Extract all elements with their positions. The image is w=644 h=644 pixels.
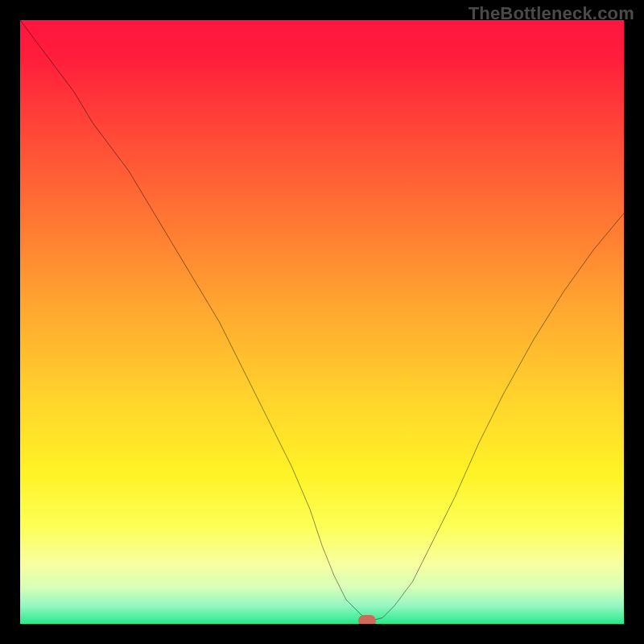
watermark-text: TheBottleneck.com — [469, 3, 634, 24]
bottleneck-curve-path — [20, 20, 624, 621]
plot-area — [20, 20, 624, 624]
min-marker — [358, 615, 376, 624]
chart-frame: TheBottleneck.com — [0, 0, 644, 644]
curve-svg — [20, 20, 624, 624]
